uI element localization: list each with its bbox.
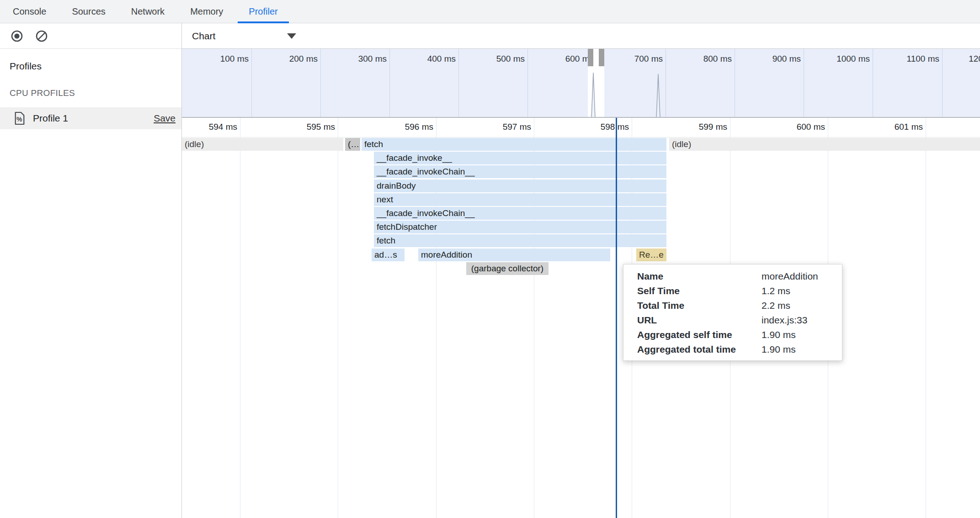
cpu-activity-spikes [182,49,980,118]
flame-bar-moreaddition[interactable]: moreAddition [418,248,610,261]
ruler-tick-label: 600 ms [756,122,825,132]
ruler-tick-label: 599 ms [659,122,727,132]
ruler-tick-label: 597 ms [463,122,531,132]
tab-profiler[interactable]: Profiler [236,0,290,23]
profile-list-item[interactable]: % Profile 1 Save [0,107,181,129]
clear-icon [35,29,48,43]
flame-bar-fetch[interactable]: fetch [362,138,666,151]
tooltip-label: Self Time [637,285,762,296]
chevron-down-icon [287,33,296,39]
tooltip-value: index.js:33 [762,315,807,326]
profiles-title: Profiles [10,61,42,72]
tooltip-row: URLindex.js:33 [637,313,834,328]
cpu-profiles-section-label: CPU PROFILES [10,88,75,98]
tab-sources[interactable]: Sources [59,0,118,23]
record-icon [10,29,24,43]
view-header: Chart [182,23,980,49]
ruler-tick-label: 594 ms [182,122,237,132]
tooltip-value: 2.2 ms [762,300,790,311]
flame-bar--facade-invoke-[interactable]: __facade_invoke__ [374,152,666,164]
clear-profiles-button[interactable] [35,29,48,43]
view-mode-label: Chart [192,31,215,42]
tooltip-row: Self Time1.2 ms [637,284,834,298]
ruler-tick-label: 601 ms [854,122,923,132]
tooltip-row: Aggregated total time1.90 ms [637,342,834,357]
flame-bar--facade-invokechain-[interactable]: __facade_invokeChain__ [374,165,666,178]
ruler-gridline [926,118,926,518]
ruler-tick-label: 596 ms [365,122,433,132]
tooltip-label: Aggregated total time [637,344,762,355]
selection-handle-right[interactable] [599,49,604,66]
frame-tooltip: NamemoreAdditionSelf Time1.2 msTotal Tim… [623,264,842,361]
flame-bar-drainbody[interactable]: drainBody [374,180,666,192]
tooltip-label: Aggregated self time [637,329,762,340]
ruler-gridline [240,118,240,518]
record-button[interactable] [10,29,24,43]
tooltip-label: Total Time [637,300,762,311]
tooltip-value: 1.2 ms [762,285,790,296]
current-time-marker [616,118,617,518]
tab-network[interactable]: Network [118,0,177,23]
tab-bar: ConsoleSourcesNetworkMemoryProfiler [0,0,980,23]
flame-bar-fetchdispatcher[interactable]: fetchDispatcher [374,221,666,233]
tab-console[interactable]: Console [0,0,59,23]
tooltip-row: NamemoreAddition [637,269,834,284]
tab-memory[interactable]: Memory [177,0,236,23]
flame-bar-re-e[interactable]: Re…e [636,248,666,261]
tooltip-value: moreAddition [762,271,818,282]
view-mode-select[interactable]: Chart [192,29,296,43]
flame-bar-ad-s[interactable]: ad…s [372,248,405,261]
profiler-toolbar [0,23,181,49]
flame-bar--garbage-collector-[interactable]: (garbage collector) [466,262,549,275]
flame-bar-next[interactable]: next [374,193,666,206]
ruler-divider [182,137,980,137]
ruler-gridline [338,118,338,518]
tooltip-value: 1.90 ms [762,329,796,340]
selection-handle-left[interactable] [588,49,593,66]
tooltip-row: Aggregated self time1.90 ms [637,328,834,342]
flame-bar-fetch[interactable]: fetch [374,234,666,247]
flame-bar--facade-invokechain-[interactable]: __facade_invokeChain__ [374,207,666,220]
profile-name: Profile 1 [33,113,154,124]
flame-bar--idle-[interactable]: (idle) [182,138,343,151]
profile-document-icon: % [14,111,26,125]
profiler-main-panel: Chart 100 ms200 ms300 ms400 ms500 ms600 … [182,23,980,518]
ruler-tick-label: 595 ms [266,122,335,132]
sidebar: Profiles CPU PROFILES % Profile 1 Save [0,23,182,518]
flame-chart[interactable]: NamemoreAdditionSelf Time1.2 msTotal Tim… [182,118,980,518]
svg-text:%: % [16,116,22,123]
flame-bar--[interactable]: (… [345,138,360,151]
tooltip-label: URL [637,315,762,326]
ruler-tick-label: 598 ms [560,122,629,132]
flame-bar--idle-[interactable]: (idle) [669,138,980,151]
tooltip-row: Total Time2.2 ms [637,298,834,313]
tooltip-value: 1.90 ms [762,344,796,355]
tooltip-label: Name [637,271,762,282]
timeline-overview[interactable]: 100 ms200 ms300 ms400 ms500 ms600 ms700 … [182,49,980,118]
save-profile-link[interactable]: Save [154,113,176,124]
